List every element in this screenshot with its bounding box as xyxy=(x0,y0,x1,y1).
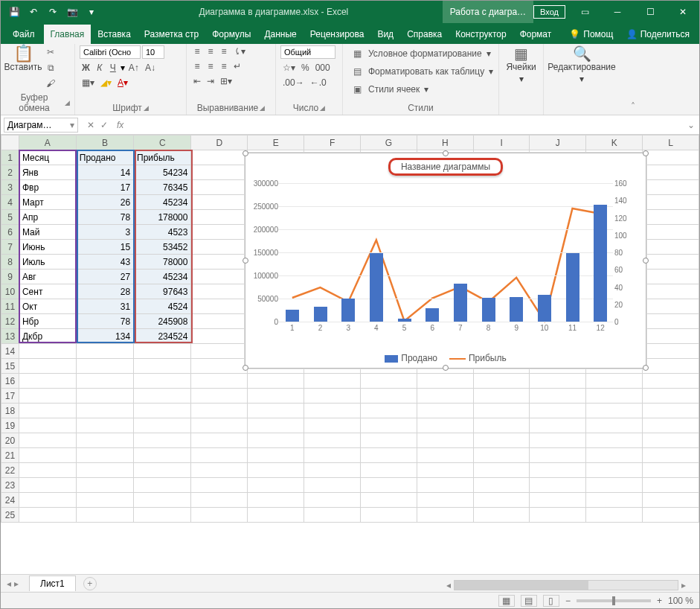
cell[interactable] xyxy=(417,448,473,463)
cell[interactable]: 178000 xyxy=(134,210,191,225)
cell[interactable]: Июнь xyxy=(19,240,76,255)
tab-review[interactable]: Рецензирова xyxy=(304,25,371,44)
cell[interactable] xyxy=(76,493,133,508)
chart-title[interactable]: Название диаграммы xyxy=(245,153,646,180)
fx-icon[interactable]: fx xyxy=(114,120,126,130)
login-button[interactable]: Вход xyxy=(533,5,565,19)
number-format-combo[interactable] xyxy=(280,45,335,59)
cell[interactable] xyxy=(530,374,586,389)
cell[interactable] xyxy=(530,389,586,404)
cell[interactable] xyxy=(19,463,76,478)
row-header[interactable]: 8 xyxy=(1,255,19,270)
cell[interactable] xyxy=(76,433,133,448)
cell[interactable] xyxy=(191,270,248,284)
cell[interactable] xyxy=(586,404,643,418)
cell[interactable]: Авг xyxy=(19,270,76,284)
row-header[interactable]: 22 xyxy=(1,463,19,478)
row-header[interactable]: 9 xyxy=(1,270,19,284)
cell[interactable] xyxy=(417,433,473,448)
cell[interactable]: Месяц xyxy=(19,150,76,165)
cell-styles-button[interactable]: ▣Стили ячеек▾ xyxy=(347,81,496,98)
cell[interactable] xyxy=(530,478,586,493)
cell[interactable]: 76345 xyxy=(134,180,191,195)
column-header[interactable]: A xyxy=(19,135,76,150)
cell[interactable] xyxy=(19,404,76,418)
row-header[interactable]: 6 xyxy=(1,225,19,240)
percent-icon[interactable]: % xyxy=(299,62,312,74)
comma-icon[interactable]: 000 xyxy=(313,62,333,74)
cell[interactable] xyxy=(586,418,643,433)
cell[interactable] xyxy=(643,404,699,418)
cell[interactable] xyxy=(248,433,304,448)
cell[interactable] xyxy=(76,478,133,493)
cell[interactable] xyxy=(586,478,643,493)
cell[interactable] xyxy=(530,463,586,478)
column-header[interactable]: C xyxy=(134,135,191,150)
tab-help[interactable]: Справка xyxy=(400,25,449,44)
cell[interactable] xyxy=(643,180,699,195)
cell[interactable]: 17 xyxy=(76,180,133,195)
cell[interactable] xyxy=(473,404,530,418)
cell[interactable] xyxy=(530,404,586,418)
cell[interactable] xyxy=(76,374,133,389)
cell[interactable]: Апр xyxy=(19,210,76,225)
cell[interactable] xyxy=(530,433,586,448)
cell[interactable] xyxy=(191,389,248,404)
cell[interactable] xyxy=(643,478,699,493)
add-sheet-icon[interactable]: + xyxy=(83,577,97,590)
cell[interactable] xyxy=(643,165,699,180)
cell[interactable] xyxy=(248,404,304,418)
cell[interactable] xyxy=(473,374,530,389)
row-header[interactable]: 25 xyxy=(1,508,19,523)
undo-icon[interactable]: ↶ xyxy=(25,3,42,21)
cell[interactable] xyxy=(19,374,76,389)
row-header[interactable]: 21 xyxy=(1,448,19,463)
font-size-combo[interactable] xyxy=(142,45,164,59)
tab-data[interactable]: Данные xyxy=(257,25,303,44)
cell[interactable]: Окт xyxy=(19,299,76,314)
cell[interactable] xyxy=(473,448,530,463)
sheet-nav-next-icon[interactable]: ▸ xyxy=(14,578,19,589)
cell[interactable] xyxy=(360,389,417,404)
cell[interactable] xyxy=(191,240,248,255)
chart-handle-icon[interactable] xyxy=(243,258,248,264)
qat-customize-icon[interactable]: ▾ xyxy=(83,3,100,21)
cell[interactable] xyxy=(248,389,304,404)
cell[interactable]: 14 xyxy=(76,165,133,180)
cut-icon[interactable]: ✂ xyxy=(44,45,57,59)
cell[interactable] xyxy=(248,508,304,523)
cell[interactable] xyxy=(134,433,191,448)
cell[interactable] xyxy=(248,463,304,478)
chart-plot-area[interactable] xyxy=(278,183,613,322)
tab-insert[interactable]: Вставка xyxy=(91,25,138,44)
cell[interactable] xyxy=(248,374,304,389)
cell[interactable] xyxy=(191,150,248,165)
row-header[interactable]: 20 xyxy=(1,433,19,448)
zoom-level[interactable]: 100 % xyxy=(668,596,693,606)
font-color-icon[interactable]: А▾ xyxy=(115,77,130,89)
cell[interactable] xyxy=(134,359,191,374)
redo-icon[interactable]: ↷ xyxy=(44,3,62,21)
cell[interactable] xyxy=(643,240,699,255)
cell[interactable] xyxy=(417,404,473,418)
cell[interactable] xyxy=(304,389,361,404)
font-name-combo[interactable] xyxy=(80,45,141,59)
decrease-decimal-icon[interactable]: ←.0 xyxy=(308,77,329,89)
row-header[interactable]: 18 xyxy=(1,404,19,418)
cell[interactable]: Нбр xyxy=(19,314,76,329)
format-as-table-button[interactable]: ▤Форматировать как таблицу▾ xyxy=(347,63,496,80)
cell[interactable] xyxy=(76,448,133,463)
ribbon-options-icon[interactable]: ▭ xyxy=(568,1,601,23)
cell[interactable]: 245908 xyxy=(134,314,191,329)
conditional-formatting-button[interactable]: ▦Условное форматирование▾ xyxy=(347,45,496,62)
paste-button[interactable]: 📋 Вставить xyxy=(5,45,41,74)
cell[interactable]: 26 xyxy=(76,195,133,210)
cell[interactable] xyxy=(191,493,248,508)
cell[interactable] xyxy=(134,463,191,478)
cell[interactable] xyxy=(191,284,248,299)
cell[interactable] xyxy=(360,418,417,433)
cell[interactable] xyxy=(191,165,248,180)
chart-object[interactable]: Название диаграммы 050000100000150000200… xyxy=(245,153,646,369)
cell[interactable] xyxy=(530,418,586,433)
cell[interactable] xyxy=(643,344,699,359)
